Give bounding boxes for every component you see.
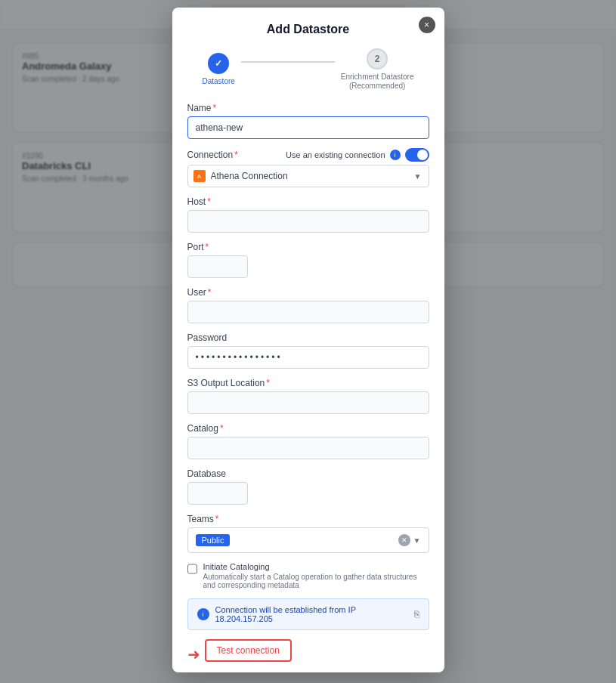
port-group: Port* [187, 242, 429, 278]
close-button[interactable]: × [419, 17, 435, 33]
teams-dropdown-icon[interactable]: ▼ [413, 536, 421, 545]
use-existing-label: Use an existing connection [286, 150, 385, 159]
name-group: Name* [187, 103, 429, 139]
initiate-cataloging-content: Initiate Cataloging Automatically start … [203, 562, 429, 589]
catalog-group: Catalog* [187, 423, 429, 459]
step-line [241, 61, 335, 63]
s3-label: S3 Output Location* [187, 378, 429, 388]
database-group: Database [187, 468, 429, 505]
user-label: User* [187, 287, 429, 298]
database-input[interactable] [187, 482, 248, 505]
s3-group: S3 Output Location* [187, 378, 429, 414]
step-2-circle: 2 [367, 48, 388, 70]
modal-title: Add Datastore [187, 23, 429, 36]
name-label: Name* [187, 103, 429, 113]
connection-info-banner: i Connection will be established from IP… [187, 598, 429, 630]
copy-icon[interactable]: ⎘ [414, 609, 419, 620]
password-label: Password [187, 332, 429, 343]
teams-label: Teams* [187, 514, 429, 524]
s3-input[interactable] [187, 391, 429, 414]
user-group: User* [187, 287, 429, 323]
connection-select-wrapper: A Athena Connection ▼ [187, 165, 429, 187]
initiate-cataloging-subtext: Automatically start a Catalog operation … [203, 573, 429, 589]
host-input[interactable] [187, 210, 429, 233]
modal-overlay: Add Datastore × ✓ Datastore 2 Enrichment… [0, 0, 616, 683]
connection-info-text: Connection will be established from IP 1… [215, 605, 408, 623]
password-input[interactable] [187, 346, 429, 369]
teams-public-tag: Public [196, 534, 231, 546]
info-icon: i [390, 150, 401, 160]
host-group: Host* [187, 196, 429, 233]
database-label: Database [187, 468, 429, 479]
connection-label: Connection* [187, 150, 238, 160]
host-label: Host* [187, 196, 429, 207]
port-input[interactable] [187, 255, 248, 278]
step-1-datastore: ✓ Datastore [203, 53, 235, 86]
select-arrow-icon: ▼ [414, 172, 422, 181]
connection-select[interactable]: Athena Connection [187, 165, 429, 187]
teams-clear-icon[interactable]: ✕ [398, 534, 410, 546]
step-1-label: Datastore [203, 77, 235, 86]
connection-info-icon: i [197, 608, 209, 620]
step-2-enrichment: 2 Enrichment Datastore(Recommended) [341, 48, 414, 91]
port-label: Port* [187, 242, 429, 252]
initiate-cataloging-checkbox[interactable] [187, 564, 197, 574]
initiate-cataloging-label: Initiate Cataloging [203, 562, 429, 571]
teams-group: Teams* Public ✕ ▼ [187, 514, 429, 553]
user-input[interactable] [187, 301, 429, 323]
athena-icon: A [193, 170, 206, 182]
catalog-input[interactable] [187, 437, 429, 459]
modal-header: Add Datastore × [172, 8, 444, 36]
use-existing-row: Use an existing connection i [286, 148, 429, 162]
modal-body: Name* Connection* Use an existing connec… [172, 103, 444, 672]
name-input[interactable] [187, 116, 429, 139]
step-2-label: Enrichment Datastore(Recommended) [341, 73, 414, 91]
initiate-cataloging-row: Initiate Cataloging Automatically start … [187, 562, 429, 589]
connection-group: Connection* Use an existing connection i… [187, 148, 429, 187]
catalog-label: Catalog* [187, 423, 429, 434]
teams-input[interactable]: Public ✕ ▼ [187, 527, 429, 553]
add-datastore-modal: Add Datastore × ✓ Datastore 2 Enrichment… [172, 8, 444, 672]
test-connection-row: ➜ Test connection [187, 639, 429, 669]
step-1-circle: ✓ [208, 53, 229, 74]
arrow-indicator-icon: ➜ [187, 645, 200, 663]
steps-container: ✓ Datastore 2 Enrichment Datastore(Recom… [172, 48, 444, 103]
existing-connection-toggle[interactable] [405, 148, 429, 162]
teams-controls: ✕ ▼ [398, 534, 421, 546]
password-group: Password [187, 332, 429, 369]
test-connection-button[interactable]: Test connection [205, 639, 292, 662]
